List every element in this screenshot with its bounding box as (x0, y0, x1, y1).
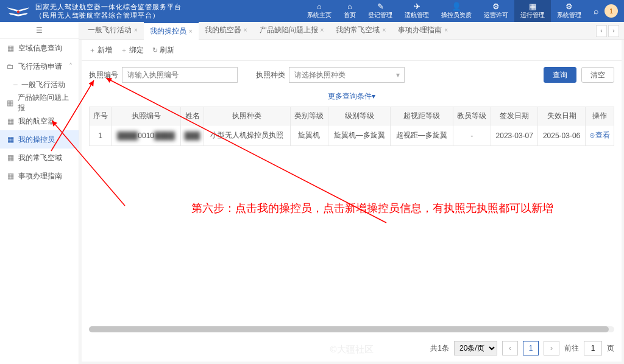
reset-button[interactable]: 清空 (581, 67, 614, 83)
sidebar-item[interactable]: ▦事项办理指南 (0, 167, 79, 185)
sidebar-item-icon: ▦ (6, 172, 15, 180)
top-nav-item[interactable]: ⚙运营许可 (478, 0, 514, 22)
goto-suffix: 页 (607, 343, 614, 354)
top-nav-item[interactable]: 👤操控员资质 (435, 0, 478, 22)
top-nav-item[interactable]: ✎登记管理 (362, 0, 399, 22)
cell-bvlos: 超视距—多旋翼 (391, 125, 453, 146)
nav-label: 首页 (344, 11, 356, 19)
sidebar-item-label: 飞行活动申请 (18, 61, 62, 72)
tab-label: 一般飞行活动 (88, 25, 132, 35)
pager-prev-icon[interactable]: ‹ (502, 341, 518, 355)
logo-area: 国家无人驾驶航空器一体化综合监管服务平台 （民用无人驾驶航空器综合管理平台） (0, 2, 182, 19)
cell-issue: 2023-03-07 (491, 125, 538, 146)
license-no-input[interactable] (122, 67, 238, 83)
sidebar-item-icon: ▦ (6, 44, 15, 52)
top-nav-item[interactable]: ✈适航管理 (399, 0, 435, 22)
license-type-label: 执照种类 (256, 70, 285, 80)
sidebar-item-label: 空域信息查询 (18, 43, 62, 54)
column-header: 级别等级 (328, 107, 391, 125)
tabs-bar: 一般飞行活动×我的操控员×我的航空器×产品缺陷问题上报×我的常飞空域×事项办理指… (79, 22, 624, 40)
close-icon[interactable]: × (244, 27, 247, 33)
total-text: 共1条 (430, 343, 449, 354)
column-header: 执照种类 (204, 107, 291, 125)
top-nav-item[interactable]: ▦运行管理 (514, 0, 551, 22)
sidebar-item[interactable]: –一般飞行活动 (0, 75, 79, 94)
sidebar-item-label: 我的操控员 (18, 135, 55, 145)
tab[interactable]: 我的操控员× (144, 22, 199, 40)
column-header: 超视距等级 (391, 107, 453, 125)
close-icon[interactable]: × (321, 27, 324, 33)
nav-label: 运行管理 (520, 11, 545, 19)
sidebar-item[interactable]: ▦产品缺陷问题上报 (0, 94, 79, 112)
tab-label: 我的常飞空域 (336, 25, 380, 35)
sidebar-item-icon: ▦ (6, 153, 15, 162)
tab-label: 我的航空器 (205, 25, 241, 35)
top-nav-item[interactable]: ⌂系统主页 (301, 0, 338, 22)
close-icon[interactable]: × (382, 27, 386, 33)
pager-page-1[interactable]: 1 (523, 341, 539, 355)
close-icon[interactable]: × (134, 27, 138, 33)
column-header: 操作 (585, 107, 614, 125)
close-icon[interactable]: × (444, 27, 448, 33)
cell-level: 旋翼机—多旋翼 (328, 125, 391, 146)
nav-label: 适航管理 (405, 11, 429, 19)
add-button[interactable]: ＋新增 (89, 45, 112, 55)
close-icon[interactable]: × (189, 28, 193, 35)
column-header: 失效日期 (538, 107, 585, 125)
sidebar-item-icon: ▦ (6, 117, 15, 125)
top-nav-item[interactable]: ⌂首页 (338, 0, 362, 22)
more-conditions-toggle[interactable]: 更多查询条件▾ (82, 89, 622, 107)
pagination: 共1条 20条/页 ‹ 1 › 前往 页 (82, 337, 622, 362)
app-header: 国家无人驾驶航空器一体化综合监管服务平台 （民用无人驾驶航空器综合管理平台） ⌂… (0, 0, 624, 22)
wings-logo-icon (5, 2, 32, 19)
avatar[interactable]: 1 (604, 4, 618, 18)
goto-label: 前往 (564, 343, 579, 354)
column-header: 签发日期 (491, 107, 538, 125)
tab[interactable]: 产品缺陷问题上报× (254, 22, 330, 39)
license-type-select[interactable] (289, 67, 405, 83)
sidebar-item[interactable]: 🗀飞行活动申请˄ (0, 57, 79, 75)
top-nav-item[interactable]: ⚙系统管理 (551, 0, 587, 22)
refresh-button[interactable]: ↻刷新 (152, 45, 174, 55)
nav-label: 登记管理 (368, 11, 392, 19)
sidebar-item-label: 事项办理指南 (18, 171, 62, 181)
sidebar-item[interactable]: ▦我的航空器 (0, 112, 79, 130)
chevron-down-icon[interactable]: ▾ (396, 71, 400, 79)
table-row: 1 ████0010████ ███ 小型无人机操控员执照 旋翼机 旋翼机—多旋… (90, 125, 614, 146)
search-row: 执照编号 执照种类 ▾ 查询 清空 (82, 61, 622, 89)
tab-label: 我的操控员 (150, 26, 186, 37)
nav-icon: ✈ (414, 2, 420, 10)
svg-point-0 (17, 10, 20, 13)
tab-scroll-left-icon[interactable]: ‹ (596, 25, 607, 37)
sidebar-item[interactable]: ▦我的常飞空域 (0, 149, 79, 167)
tab[interactable]: 我的常飞空域× (330, 22, 392, 39)
tab[interactable]: 我的航空器× (199, 22, 254, 39)
sidebar-collapse-icon[interactable]: ☰ (0, 22, 79, 39)
column-header: 姓名 (181, 107, 204, 125)
search-icon[interactable]: ⌕ (594, 6, 598, 16)
bind-button[interactable]: ＋绑定 (121, 45, 144, 55)
nav-icon: 👤 (452, 2, 461, 10)
nav-icon: ⚙ (492, 2, 500, 10)
tab[interactable]: 一般飞行活动× (82, 22, 144, 39)
sidebar-item[interactable]: ▦我的操控员 (0, 130, 79, 149)
sidebar-item[interactable]: ▦空域信息查询 (0, 39, 79, 57)
nav-icon: ⌂ (347, 2, 352, 10)
toolbar: ＋新增 ＋绑定 ↻刷新 (82, 40, 622, 61)
pager-next-icon[interactable]: › (544, 341, 559, 355)
content-panel: ＋新增 ＋绑定 ↻刷新 执照编号 执照种类 ▾ 查询 清空 (82, 40, 622, 362)
data-table: 序号执照编号姓名执照种类类别等级级别等级超视距等级教员等级签发日期失效日期操作 … (89, 107, 614, 146)
view-link[interactable]: ⊙查看 (589, 131, 610, 139)
cell-expire: 2025-03-06 (538, 125, 585, 146)
goto-input[interactable] (584, 341, 602, 355)
query-button[interactable]: 查询 (544, 67, 576, 83)
tab-scroll-right-icon[interactable]: › (608, 25, 619, 37)
sidebar-item-label: 我的常飞空域 (18, 153, 62, 163)
page-size-select[interactable]: 20条/页 (454, 341, 497, 355)
cell-cat: 旋翼机 (290, 125, 328, 146)
tab[interactable]: 事项办理指南× (392, 22, 454, 39)
nav-label: 系统主页 (307, 11, 332, 19)
tab-label: 事项办理指南 (398, 25, 442, 35)
horizontal-scrollbar[interactable] (89, 326, 614, 332)
sidebar-item-label: 我的航空器 (18, 116, 55, 127)
